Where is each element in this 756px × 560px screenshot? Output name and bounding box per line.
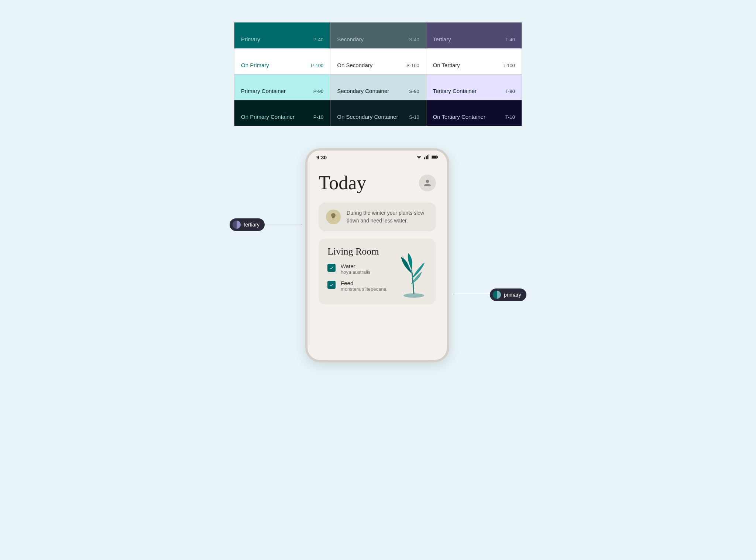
palette-code: S-40 [409, 37, 419, 42]
palette-cell-on-tertiary-container: On Tertiary Container T-10 [426, 100, 522, 126]
signal-icon [424, 154, 429, 161]
palette-label: On Primary Container [241, 114, 295, 120]
svg-point-0 [419, 158, 420, 159]
avatar-button[interactable] [419, 174, 436, 191]
tertiary-dot [233, 221, 241, 229]
status-icons [416, 154, 438, 161]
tip-card: During the winter your plants slow down … [319, 203, 436, 231]
check-icon [329, 282, 334, 287]
check-icon [329, 265, 334, 270]
palette-code: T-40 [505, 37, 515, 42]
palette-code: S-10 [409, 114, 419, 120]
palette-code: P-10 [313, 114, 323, 120]
annotation-primary: primary [490, 288, 526, 301]
palette-cell-on-primary-container: On Primary Container P-10 [234, 100, 330, 126]
palette-label: On Tertiary [433, 62, 460, 68]
annotation-primary-line [453, 295, 490, 295]
room-card: Living Room Water hoya australis [319, 239, 436, 304]
palette-label: Secondary [337, 36, 364, 42]
phone-demo-area: tertiary 9:30 [15, 148, 741, 362]
battery-icon [432, 154, 438, 161]
palette-code: T-10 [505, 114, 515, 120]
palette-code: P-40 [313, 37, 323, 42]
palette-code: T-90 [505, 89, 515, 94]
user-icon [423, 179, 432, 187]
annotation-primary-label: primary [504, 292, 521, 298]
task-main-water: Water [341, 263, 370, 269]
plant-svg [395, 251, 432, 299]
phone-content: Today [307, 165, 447, 315]
task-main-feed: Feed [341, 280, 386, 286]
svg-rect-3 [427, 155, 428, 159]
svg-rect-4 [428, 154, 429, 159]
svg-rect-6 [437, 156, 438, 158]
palette-cell-on-secondary: On Secondary S-100 [330, 48, 426, 74]
svg-point-8 [403, 293, 424, 298]
status-time: 9:30 [316, 155, 327, 160]
phone-page-title: Today [319, 172, 366, 194]
svg-rect-1 [424, 157, 425, 159]
annotation-tertiary-line [265, 225, 302, 225]
annotation-tertiary-label: tertiary [244, 222, 260, 228]
palette-code: T-100 [503, 63, 515, 68]
palette-cell-secondary-container: Secondary Container S-90 [330, 74, 426, 100]
annotation-tertiary: tertiary [230, 218, 265, 231]
palette-cell-tertiary-container: Tertiary Container T-90 [426, 74, 522, 100]
task-sub-water: hoya australis [341, 269, 370, 275]
palette-cell-on-tertiary: On Tertiary T-100 [426, 48, 522, 74]
palette-label: Secondary Container [337, 88, 389, 94]
palette-label: Primary Container [241, 88, 286, 94]
palette-cell-primary-container: Primary Container P-90 [234, 74, 330, 100]
palette-label: On Primary [241, 62, 269, 68]
task-text-water: Water hoya australis [341, 263, 370, 275]
phone-header: Today [319, 172, 436, 194]
svg-rect-2 [426, 156, 427, 159]
palette-label: Tertiary Container [433, 88, 477, 94]
palette-label: On Secondary Container [337, 114, 398, 120]
tip-text: During the winter your plants slow down … [347, 209, 429, 225]
task-text-feed: Feed monstera siltepecana [341, 280, 386, 292]
tip-icon-circle [326, 210, 341, 224]
task-sub-feed: monstera siltepecana [341, 286, 386, 292]
palette-cell-on-primary: On Primary P-100 [234, 48, 330, 74]
checkbox-water[interactable] [327, 264, 336, 272]
palette-label: On Secondary [337, 62, 372, 68]
palette-label: Primary [241, 36, 260, 42]
phone-status-bar: 9:30 [307, 151, 447, 165]
primary-dot [493, 291, 501, 299]
plant-illustration [395, 251, 432, 301]
phone-frame: 9:30 [305, 148, 449, 362]
palette-code: P-90 [313, 89, 323, 94]
palette-cell-on-secondary-container: On Secondary Container S-10 [330, 100, 426, 126]
palette-label: On Tertiary Container [433, 114, 485, 120]
palette-cell-secondary-40: Secondary S-40 [330, 23, 426, 48]
lightbulb-icon [330, 212, 337, 221]
palette-code: P-100 [311, 63, 324, 68]
palette-code: S-90 [409, 89, 419, 94]
palette-label: Tertiary [433, 36, 451, 42]
color-palette: Primary P-40 Secondary S-40 Tertiary T-4… [234, 22, 522, 126]
palette-cell-primary-40: Primary P-40 [234, 23, 330, 48]
wifi-icon [416, 154, 422, 161]
checkbox-feed[interactable] [327, 281, 336, 289]
svg-rect-7 [432, 156, 437, 158]
palette-cell-tertiary-40: Tertiary T-40 [426, 23, 522, 48]
palette-code: S-100 [406, 63, 419, 68]
